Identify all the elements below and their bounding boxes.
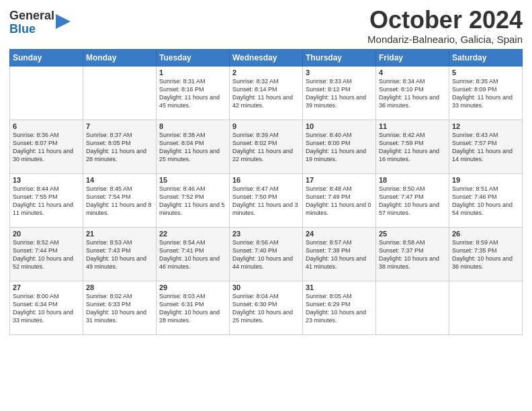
calendar-cell: 19 Sunrise: 8:51 AMSunset: 7:46 PMDaylig… — [449, 173, 523, 227]
calendar-cell: 18 Sunrise: 8:50 AMSunset: 7:47 PMDaylig… — [376, 173, 449, 227]
day-number: 8 — [159, 122, 226, 130]
day-number: 25 — [379, 230, 446, 238]
day-info: Sunrise: 8:36 AMSunset: 8:07 PMDaylight:… — [13, 131, 80, 164]
calendar-cell: 28 Sunrise: 8:02 AMSunset: 6:33 PMDaylig… — [83, 281, 157, 334]
day-info: Sunrise: 8:00 AMSunset: 6:34 PMDaylight:… — [13, 292, 80, 325]
day-number: 14 — [86, 176, 153, 184]
calendar-cell: 9 Sunrise: 8:39 AMSunset: 8:02 PMDayligh… — [230, 120, 303, 173]
day-info: Sunrise: 8:56 AMSunset: 7:40 PMDaylight:… — [232, 238, 300, 271]
calendar-cell: 14 Sunrise: 8:45 AMSunset: 7:54 PMDaylig… — [83, 173, 157, 227]
calendar-cell: 1 Sunrise: 8:31 AMSunset: 8:16 PMDayligh… — [157, 66, 230, 120]
calendar-cell: 29 Sunrise: 8:03 AMSunset: 6:31 PMDaylig… — [157, 281, 230, 334]
day-info: Sunrise: 8:53 AMSunset: 7:43 PMDaylight:… — [86, 238, 153, 271]
day-info: Sunrise: 8:54 AMSunset: 7:41 PMDaylight:… — [159, 238, 226, 271]
location: Mondariz-Balneario, Galicia, Spain — [367, 34, 523, 45]
calendar-cell: 25 Sunrise: 8:58 AMSunset: 7:37 PMDaylig… — [376, 227, 449, 281]
day-number: 10 — [306, 122, 373, 130]
day-info: Sunrise: 8:31 AMSunset: 8:16 PMDaylight:… — [159, 77, 226, 110]
day-info: Sunrise: 8:40 AMSunset: 8:00 PMDaylight:… — [306, 131, 373, 164]
day-info: Sunrise: 8:37 AMSunset: 8:05 PMDaylight:… — [86, 131, 153, 164]
calendar-cell: 26 Sunrise: 8:59 AMSunset: 7:35 PMDaylig… — [449, 227, 523, 281]
calendar-cell: 17 Sunrise: 8:48 AMSunset: 7:49 PMDaylig… — [303, 173, 376, 227]
calendar-cell: 24 Sunrise: 8:57 AMSunset: 7:38 PMDaylig… — [303, 227, 376, 281]
day-info: Sunrise: 8:50 AMSunset: 7:47 PMDaylight:… — [379, 185, 446, 218]
calendar-cell: 11 Sunrise: 8:42 AMSunset: 7:59 PMDaylig… — [376, 120, 449, 173]
calendar-cell: 30 Sunrise: 8:04 AMSunset: 6:30 PMDaylig… — [230, 281, 303, 334]
logo-icon — [56, 14, 71, 29]
calendar-cell — [10, 66, 83, 120]
col-tuesday: Tuesday — [157, 49, 230, 66]
day-info: Sunrise: 8:46 AMSunset: 7:52 PMDaylight:… — [159, 185, 226, 218]
col-thursday: Thursday — [303, 49, 376, 66]
day-number: 1 — [159, 68, 226, 77]
day-info: Sunrise: 8:05 AMSunset: 6:29 PMDaylight:… — [306, 292, 373, 325]
calendar-cell — [83, 66, 157, 120]
col-wednesday: Wednesday — [230, 49, 303, 66]
day-number: 21 — [86, 230, 153, 238]
calendar-cell: 7 Sunrise: 8:37 AMSunset: 8:05 PMDayligh… — [83, 120, 157, 173]
day-number: 24 — [306, 230, 373, 238]
day-number: 4 — [379, 68, 446, 77]
day-number: 20 — [13, 230, 80, 238]
header: General Blue October 2024 Mondariz-Balne… — [9, 7, 523, 45]
day-number: 27 — [13, 283, 80, 291]
day-info: Sunrise: 8:57 AMSunset: 7:38 PMDaylight:… — [306, 238, 373, 271]
day-info: Sunrise: 8:45 AMSunset: 7:54 PMDaylight:… — [86, 185, 153, 218]
col-saturday: Saturday — [449, 49, 523, 66]
col-sunday: Sunday — [10, 49, 83, 66]
day-number: 15 — [159, 176, 226, 184]
calendar-cell — [376, 281, 449, 334]
day-number: 7 — [86, 122, 153, 130]
day-info: Sunrise: 8:43 AMSunset: 7:57 PMDaylight:… — [452, 131, 519, 164]
day-number: 6 — [13, 122, 80, 130]
day-number: 11 — [379, 122, 446, 130]
calendar-header-row: Sunday Monday Tuesday Wednesday Thursday… — [10, 49, 523, 66]
day-info: Sunrise: 8:52 AMSunset: 7:44 PMDaylight:… — [13, 238, 80, 271]
day-info: Sunrise: 8:38 AMSunset: 8:04 PMDaylight:… — [159, 131, 226, 164]
day-number: 3 — [306, 68, 373, 77]
day-info: Sunrise: 8:34 AMSunset: 8:10 PMDaylight:… — [379, 77, 446, 110]
calendar-cell: 13 Sunrise: 8:44 AMSunset: 7:55 PMDaylig… — [10, 173, 83, 227]
day-info: Sunrise: 8:35 AMSunset: 8:09 PMDaylight:… — [452, 77, 519, 110]
week-row-2: 6 Sunrise: 8:36 AMSunset: 8:07 PMDayligh… — [10, 120, 523, 173]
week-row-4: 20 Sunrise: 8:52 AMSunset: 7:44 PMDaylig… — [10, 227, 523, 281]
day-info: Sunrise: 8:47 AMSunset: 7:50 PMDaylight:… — [232, 185, 300, 218]
day-info: Sunrise: 8:39 AMSunset: 8:02 PMDaylight:… — [232, 131, 300, 164]
calendar-cell: 22 Sunrise: 8:54 AMSunset: 7:41 PMDaylig… — [157, 227, 230, 281]
day-number: 31 — [306, 283, 373, 291]
calendar-cell: 20 Sunrise: 8:52 AMSunset: 7:44 PMDaylig… — [10, 227, 83, 281]
week-row-3: 13 Sunrise: 8:44 AMSunset: 7:55 PMDaylig… — [10, 173, 523, 227]
calendar-cell: 5 Sunrise: 8:35 AMSunset: 8:09 PMDayligh… — [449, 66, 523, 120]
calendar-cell: 16 Sunrise: 8:47 AMSunset: 7:50 PMDaylig… — [230, 173, 303, 227]
calendar-cell: 2 Sunrise: 8:32 AMSunset: 8:14 PMDayligh… — [230, 66, 303, 120]
calendar-cell: 27 Sunrise: 8:00 AMSunset: 6:34 PMDaylig… — [10, 281, 83, 334]
day-info: Sunrise: 8:02 AMSunset: 6:33 PMDaylight:… — [86, 292, 153, 325]
day-info: Sunrise: 8:44 AMSunset: 7:55 PMDaylight:… — [13, 185, 80, 218]
calendar-cell — [449, 281, 523, 334]
week-row-1: 1 Sunrise: 8:31 AMSunset: 8:16 PMDayligh… — [10, 66, 523, 120]
day-number: 19 — [452, 176, 519, 184]
day-number: 2 — [232, 68, 300, 77]
month-title: October 2024 — [367, 7, 523, 34]
day-number: 18 — [379, 176, 446, 184]
day-number: 13 — [13, 176, 80, 184]
day-number: 23 — [232, 230, 300, 238]
day-number: 9 — [232, 122, 300, 130]
calendar-cell: 3 Sunrise: 8:33 AMSunset: 8:12 PMDayligh… — [303, 66, 376, 120]
day-number: 22 — [159, 230, 226, 238]
day-number: 5 — [452, 68, 519, 77]
day-info: Sunrise: 8:59 AMSunset: 7:35 PMDaylight:… — [452, 238, 519, 271]
calendar-cell: 23 Sunrise: 8:56 AMSunset: 7:40 PMDaylig… — [230, 227, 303, 281]
day-info: Sunrise: 8:42 AMSunset: 7:59 PMDaylight:… — [379, 131, 446, 164]
page: General Blue October 2024 Mondariz-Balne… — [0, 0, 532, 411]
day-info: Sunrise: 8:03 AMSunset: 6:31 PMDaylight:… — [159, 292, 226, 325]
calendar-cell: 12 Sunrise: 8:43 AMSunset: 7:57 PMDaylig… — [449, 120, 523, 173]
day-number: 29 — [159, 283, 226, 291]
day-info: Sunrise: 8:58 AMSunset: 7:37 PMDaylight:… — [379, 238, 446, 271]
day-info: Sunrise: 8:48 AMSunset: 7:49 PMDaylight:… — [306, 185, 373, 218]
week-row-5: 27 Sunrise: 8:00 AMSunset: 6:34 PMDaylig… — [10, 281, 523, 334]
calendar-cell: 15 Sunrise: 8:46 AMSunset: 7:52 PMDaylig… — [157, 173, 230, 227]
day-info: Sunrise: 8:51 AMSunset: 7:46 PMDaylight:… — [452, 185, 519, 218]
calendar-cell: 21 Sunrise: 8:53 AMSunset: 7:43 PMDaylig… — [83, 227, 157, 281]
day-info: Sunrise: 8:33 AMSunset: 8:12 PMDaylight:… — [306, 77, 373, 110]
